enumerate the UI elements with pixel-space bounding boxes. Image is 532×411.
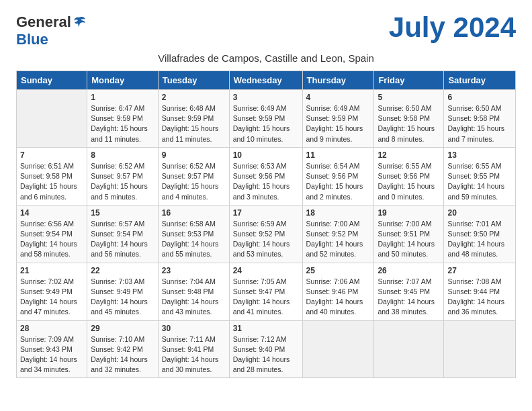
calendar-cell: 17Sunrise: 6:59 AM Sunset: 9:52 PM Dayli…: [229, 205, 302, 263]
day-number: 9: [162, 150, 226, 160]
day-of-week-header: Sunday: [17, 71, 87, 90]
day-detail: Sunrise: 6:58 AM Sunset: 9:53 PM Dayligh…: [162, 219, 226, 260]
calendar-cell: [302, 320, 374, 378]
day-detail: Sunrise: 6:56 AM Sunset: 9:54 PM Dayligh…: [20, 219, 83, 260]
calendar-cell: 14Sunrise: 6:56 AM Sunset: 9:54 PM Dayli…: [17, 205, 87, 263]
calendar-cell: 18Sunrise: 7:00 AM Sunset: 9:52 PM Dayli…: [302, 205, 374, 263]
logo-blue: Blue: [16, 31, 48, 48]
calendar-cell: 8Sunrise: 6:52 AM Sunset: 9:57 PM Daylig…: [87, 147, 159, 205]
day-number: 27: [447, 266, 512, 275]
calendar-table: SundayMondayTuesdayWednesdayThursdayFrid…: [16, 71, 516, 378]
day-detail: Sunrise: 6:55 AM Sunset: 9:55 PM Dayligh…: [447, 161, 512, 202]
day-detail: Sunrise: 6:50 AM Sunset: 9:58 PM Dayligh…: [378, 103, 440, 144]
calendar-week-row: 7Sunrise: 6:51 AM Sunset: 9:58 PM Daylig…: [17, 147, 516, 205]
calendar-cell: 7Sunrise: 6:51 AM Sunset: 9:58 PM Daylig…: [17, 147, 87, 205]
day-detail: Sunrise: 6:50 AM Sunset: 9:58 PM Dayligh…: [447, 103, 512, 144]
day-number: 3: [233, 93, 299, 102]
calendar-cell: 27Sunrise: 7:08 AM Sunset: 9:44 PM Dayli…: [444, 263, 516, 320]
day-detail: Sunrise: 6:53 AM Sunset: 9:56 PM Dayligh…: [233, 161, 299, 202]
day-of-week-header: Thursday: [302, 71, 374, 90]
calendar-cell: 9Sunrise: 6:52 AM Sunset: 9:57 PM Daylig…: [158, 147, 229, 205]
calendar-cell: 23Sunrise: 7:04 AM Sunset: 9:48 PM Dayli…: [158, 263, 229, 320]
day-number: 6: [447, 93, 512, 102]
calendar-cell: 1Sunrise: 6:47 AM Sunset: 9:59 PM Daylig…: [87, 90, 159, 148]
day-detail: Sunrise: 6:49 AM Sunset: 9:59 PM Dayligh…: [233, 103, 299, 144]
day-detail: Sunrise: 6:54 AM Sunset: 9:56 PM Dayligh…: [306, 161, 371, 202]
subtitle: Villafrades de Campos, Castille and Leon…: [16, 52, 516, 64]
calendar-week-row: 21Sunrise: 7:02 AM Sunset: 9:49 PM Dayli…: [17, 263, 516, 320]
day-number: 2: [162, 93, 226, 102]
day-number: 8: [91, 150, 154, 160]
day-of-week-header: Tuesday: [158, 71, 229, 90]
calendar-cell: [374, 320, 444, 378]
day-detail: Sunrise: 7:02 AM Sunset: 9:49 PM Dayligh…: [20, 277, 83, 318]
day-number: 31: [233, 324, 299, 333]
day-of-week-header: Wednesday: [229, 71, 302, 90]
day-detail: Sunrise: 6:52 AM Sunset: 9:57 PM Dayligh…: [162, 161, 226, 202]
day-number: 7: [20, 150, 83, 160]
calendar-cell: 6Sunrise: 6:50 AM Sunset: 9:58 PM Daylig…: [444, 90, 516, 148]
day-number: 21: [20, 266, 83, 275]
calendar-cell: 20Sunrise: 7:01 AM Sunset: 9:50 PM Dayli…: [444, 205, 516, 263]
day-number: 18: [306, 208, 371, 218]
day-detail: Sunrise: 6:48 AM Sunset: 9:59 PM Dayligh…: [162, 103, 226, 144]
calendar-cell: 21Sunrise: 7:02 AM Sunset: 9:49 PM Dayli…: [17, 263, 87, 320]
calendar-cell: 5Sunrise: 6:50 AM Sunset: 9:58 PM Daylig…: [374, 90, 444, 148]
day-detail: Sunrise: 7:07 AM Sunset: 9:45 PM Dayligh…: [378, 277, 440, 318]
days-of-week-row: SundayMondayTuesdayWednesdayThursdayFrid…: [17, 71, 516, 90]
day-detail: Sunrise: 7:11 AM Sunset: 9:41 PM Dayligh…: [162, 334, 226, 375]
day-of-week-header: Friday: [374, 71, 444, 90]
day-number: 28: [20, 324, 83, 333]
month-year-title: July 2024: [389, 13, 516, 42]
calendar-cell: 3Sunrise: 6:49 AM Sunset: 9:59 PM Daylig…: [229, 90, 302, 148]
calendar-cell: 16Sunrise: 6:58 AM Sunset: 9:53 PM Dayli…: [158, 205, 229, 263]
calendar-week-row: 28Sunrise: 7:09 AM Sunset: 9:43 PM Dayli…: [17, 320, 516, 378]
logo-bird-icon: [72, 15, 87, 30]
day-detail: Sunrise: 7:00 AM Sunset: 9:52 PM Dayligh…: [306, 219, 371, 260]
calendar-cell: 25Sunrise: 7:06 AM Sunset: 9:46 PM Dayli…: [302, 263, 374, 320]
day-number: 15: [91, 208, 154, 218]
calendar-week-row: 1Sunrise: 6:47 AM Sunset: 9:59 PM Daylig…: [17, 90, 516, 148]
day-detail: Sunrise: 7:12 AM Sunset: 9:40 PM Dayligh…: [233, 334, 299, 375]
day-number: 13: [447, 150, 512, 160]
calendar-cell: 11Sunrise: 6:54 AM Sunset: 9:56 PM Dayli…: [302, 147, 374, 205]
day-detail: Sunrise: 7:00 AM Sunset: 9:51 PM Dayligh…: [378, 219, 440, 260]
day-detail: Sunrise: 7:04 AM Sunset: 9:48 PM Dayligh…: [162, 277, 226, 318]
day-number: 12: [378, 150, 440, 160]
day-number: 23: [162, 266, 226, 275]
day-of-week-header: Saturday: [444, 71, 516, 90]
calendar-cell: 15Sunrise: 6:57 AM Sunset: 9:54 PM Dayli…: [87, 205, 159, 263]
calendar-cell: [17, 90, 87, 148]
calendar-cell: 2Sunrise: 6:48 AM Sunset: 9:59 PM Daylig…: [158, 90, 229, 148]
day-detail: Sunrise: 6:51 AM Sunset: 9:58 PM Dayligh…: [20, 161, 83, 202]
day-of-week-header: Monday: [87, 71, 159, 90]
calendar-cell: 22Sunrise: 7:03 AM Sunset: 9:49 PM Dayli…: [87, 263, 159, 320]
day-number: 14: [20, 208, 83, 218]
day-detail: Sunrise: 7:06 AM Sunset: 9:46 PM Dayligh…: [306, 277, 371, 318]
calendar-cell: [444, 320, 516, 378]
calendar-body: 1Sunrise: 6:47 AM Sunset: 9:59 PM Daylig…: [17, 90, 516, 378]
day-detail: Sunrise: 6:57 AM Sunset: 9:54 PM Dayligh…: [91, 219, 154, 260]
day-detail: Sunrise: 6:59 AM Sunset: 9:52 PM Dayligh…: [233, 219, 299, 260]
day-number: 4: [306, 93, 371, 102]
day-number: 5: [378, 93, 440, 102]
calendar-cell: 30Sunrise: 7:11 AM Sunset: 9:41 PM Dayli…: [158, 320, 229, 378]
day-detail: Sunrise: 6:55 AM Sunset: 9:56 PM Dayligh…: [378, 161, 440, 202]
day-number: 11: [306, 150, 371, 160]
calendar-cell: 4Sunrise: 6:49 AM Sunset: 9:59 PM Daylig…: [302, 90, 374, 148]
calendar-cell: 26Sunrise: 7:07 AM Sunset: 9:45 PM Dayli…: [374, 263, 444, 320]
day-number: 20: [447, 208, 512, 218]
day-number: 19: [378, 208, 440, 218]
header: General Blue July 2024: [16, 13, 516, 48]
calendar-cell: 10Sunrise: 6:53 AM Sunset: 9:56 PM Dayli…: [229, 147, 302, 205]
calendar-cell: 28Sunrise: 7:09 AM Sunset: 9:43 PM Dayli…: [17, 320, 87, 378]
day-number: 1: [91, 93, 154, 102]
calendar-cell: 31Sunrise: 7:12 AM Sunset: 9:40 PM Dayli…: [229, 320, 302, 378]
day-number: 26: [378, 266, 440, 275]
calendar-cell: 12Sunrise: 6:55 AM Sunset: 9:56 PM Dayli…: [374, 147, 444, 205]
calendar-cell: 19Sunrise: 7:00 AM Sunset: 9:51 PM Dayli…: [374, 205, 444, 263]
day-number: 16: [162, 208, 226, 218]
day-detail: Sunrise: 7:09 AM Sunset: 9:43 PM Dayligh…: [20, 334, 83, 375]
day-number: 29: [91, 324, 154, 333]
day-detail: Sunrise: 7:10 AM Sunset: 9:42 PM Dayligh…: [91, 334, 154, 375]
